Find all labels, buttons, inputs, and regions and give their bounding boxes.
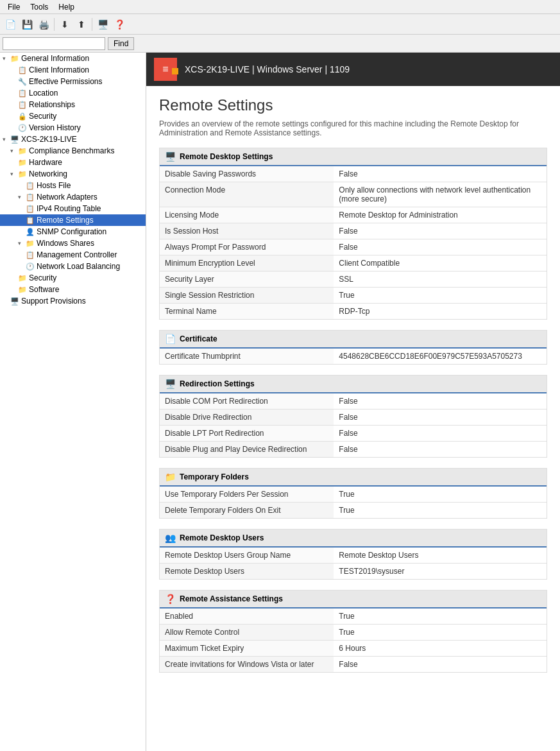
sidebar-item-hardware[interactable]: 📁 Hardware <box>0 157 146 168</box>
table-row: Use Temporary Folders Per SessionTrue <box>160 487 547 503</box>
sidebar-item-relationships[interactable]: 📋 Relationships <box>0 99 146 110</box>
sidebar-item-mgmt-controller[interactable]: 📋 Management Controller <box>0 249 146 261</box>
page-title: Remote Settings <box>159 96 547 114</box>
sidebar: ▾ 📁 General Information 📋 Client Informa… <box>0 53 146 751</box>
sidebar-label-software: Software <box>29 285 59 294</box>
sidebar-item-windows-shares[interactable]: ▾ 📁 Windows Shares <box>0 237 146 249</box>
row-value: False <box>334 393 547 410</box>
sidebar-item-client-info[interactable]: 📋 Client Information <box>0 64 146 76</box>
sidebar-item-software[interactable]: 📁 Software <box>0 284 146 295</box>
toolbar-save-btn[interactable]: 💾 <box>19 17 35 32</box>
section-header-redirection: 🖥️ Redirection Settings <box>160 376 547 393</box>
folder-icon-compliance: 📁 <box>18 147 27 155</box>
row-label: Enabled <box>160 609 334 625</box>
table-row: Delete Temporary Folders On ExitTrue <box>160 503 547 519</box>
section-title-remote-assistance: Remote Assistance Settings <box>180 594 283 603</box>
sidebar-label-mgmt-controller: Management Controller <box>37 250 117 259</box>
toolbar-up-btn[interactable]: ⬆ <box>74 17 89 32</box>
page-icon-adapters: 📋 <box>26 193 35 202</box>
sidebar-label-network-lb: Network Load Balancing <box>37 262 120 271</box>
search-input[interactable] <box>3 37 105 50</box>
server-icon-xcs: 🖥️ <box>10 135 19 144</box>
sidebar-item-networking[interactable]: ▾ 📁 Networking <box>0 168 146 180</box>
table-row: Is Session HostFalse <box>160 223 547 239</box>
sidebar-item-remote-settings[interactable]: 📋 Remote Settings <box>0 214 146 226</box>
sidebar-item-network-lb[interactable]: 🕐 Network Load Balancing <box>0 261 146 272</box>
table-row: Minimum Encryption LevelClient Compatibl… <box>160 255 547 272</box>
shield-icon: 🔒 <box>18 112 27 121</box>
row-label: Use Temporary Folders Per Session <box>160 487 334 503</box>
section-header-rd-users: 👥 Remote Desktop Users <box>160 530 547 548</box>
row-value: False <box>334 223 547 239</box>
sidebar-item-effective-perms[interactable]: 🔧 Effective Permissions <box>0 76 146 87</box>
page-icon-hosts: 📋 <box>26 182 35 190</box>
sidebar-item-general-info[interactable]: ▾ 📁 General Information <box>0 53 146 64</box>
row-value: True <box>334 609 547 625</box>
row-label: Always Prompt For Password <box>160 239 334 255</box>
redirection-table: Disable COM Port RedirectionFalseDisable… <box>160 393 547 457</box>
table-row: Terminal NameRDP-Tcp <box>160 304 547 320</box>
sidebar-item-version-history[interactable]: 🕐 Version History <box>0 122 146 134</box>
row-label: Allow Remote Control <box>160 625 334 641</box>
sidebar-label-networking: Networking <box>29 169 67 178</box>
row-label: Remote Desktop Users <box>160 564 334 580</box>
section-title-temp-folders: Temporary Folders <box>180 472 249 481</box>
page-icon-effective: 🔧 <box>18 78 27 86</box>
sidebar-item-ipv4-routing[interactable]: 📋 IPv4 Routing Table <box>0 203 146 214</box>
sidebar-item-xcs-server[interactable]: ▾ 🖥️ XCS-2K19-LIVE <box>0 134 146 145</box>
sidebar-label-network-adapters: Network Adapters <box>37 193 98 202</box>
section-header-certificate: 📄 Certificate <box>160 331 547 349</box>
toolbar-help-btn[interactable]: ❓ <box>112 17 127 32</box>
menu-tools[interactable]: Tools <box>25 1 53 13</box>
toolbar: 📄 💾 🖨️ ⬇ ⬆ 🖥️ ❓ <box>0 14 560 35</box>
cert-icon: 📄 <box>165 334 176 344</box>
section-title-redirection: Redirection Settings <box>180 379 255 388</box>
row-label: Delete Temporary Folders On Exit <box>160 503 334 519</box>
table-row: Disable Drive RedirectionFalse <box>160 410 547 426</box>
sidebar-item-compliance[interactable]: ▾ 📁 Compliance Benchmarks <box>0 145 146 157</box>
find-button[interactable]: Find <box>108 37 134 50</box>
page-icon-mgmt: 📋 <box>26 251 35 259</box>
row-label: Disable Plug and Play Device Redirection <box>160 442 334 458</box>
row-value: TEST2019\sysuser <box>334 564 547 580</box>
sidebar-item-security[interactable]: 🔒 Security <box>0 110 146 122</box>
row-label: Disable Saving Passwords <box>160 166 334 182</box>
folder-icon-hardware: 📁 <box>18 159 27 167</box>
sidebar-item-network-adapters[interactable]: ▾ 📋 Network Adapters <box>0 191 146 203</box>
menu-file[interactable]: File <box>3 1 25 13</box>
toolbar-sep-2 <box>92 18 92 31</box>
users-icon: 👥 <box>165 533 176 543</box>
sidebar-item-snmp-config[interactable]: 👤 SNMP Configuration <box>0 226 146 237</box>
row-label: Single Session Restriction <box>160 288 334 304</box>
section-title-certificate: Certificate <box>180 334 217 343</box>
sidebar-item-support[interactable]: 🖥️ Support Provisions <box>0 295 146 307</box>
folder-icon-temp: 📁 <box>165 472 176 482</box>
monitor-icon: 🖥️ <box>165 151 176 162</box>
sidebar-label-security2: Security <box>29 273 56 282</box>
sidebar-label-location: Location <box>29 89 58 98</box>
sidebar-item-location[interactable]: 📋 Location <box>0 87 146 99</box>
toolbar-screen-btn[interactable]: 🖥️ <box>95 17 110 32</box>
sidebar-label-hosts-file: Hosts File <box>37 181 71 190</box>
sidebar-label-relationships: Relationships <box>29 100 75 109</box>
table-row: Disable LPT Port RedirectionFalse <box>160 426 547 442</box>
section-title-rd-users: Remote Desktop Users <box>180 533 264 542</box>
toolbar-open-btn[interactable]: 📄 <box>3 17 18 32</box>
sidebar-label-client-info: Client Information <box>29 65 89 74</box>
table-row: Disable COM Port RedirectionFalse <box>160 393 547 410</box>
table-row: Certificate Thumbprint4548628CBE6CCD18E6… <box>160 349 547 364</box>
table-row: Maximum Ticket Expiry6 Hours <box>160 641 547 657</box>
row-value: False <box>334 426 547 442</box>
page-content: Remote Settings Provides an overview of … <box>146 86 560 693</box>
sidebar-item-hosts-file[interactable]: 📋 Hosts File <box>0 180 146 191</box>
sidebar-item-security2[interactable]: 📁 Security <box>0 272 146 284</box>
server-icon-support: 🖥️ <box>10 297 19 306</box>
user-icon-snmp: 👤 <box>26 228 35 236</box>
toolbar-print-btn[interactable]: 🖨️ <box>36 17 51 32</box>
toolbar-down-btn[interactable]: ⬇ <box>57 17 72 32</box>
folder-icon-security2: 📁 <box>18 274 27 282</box>
sidebar-label-effective-perms: Effective Permissions <box>29 77 103 86</box>
row-value: True <box>334 503 547 519</box>
row-value: Only allow connections with network leve… <box>334 182 547 207</box>
menu-help[interactable]: Help <box>53 1 80 13</box>
